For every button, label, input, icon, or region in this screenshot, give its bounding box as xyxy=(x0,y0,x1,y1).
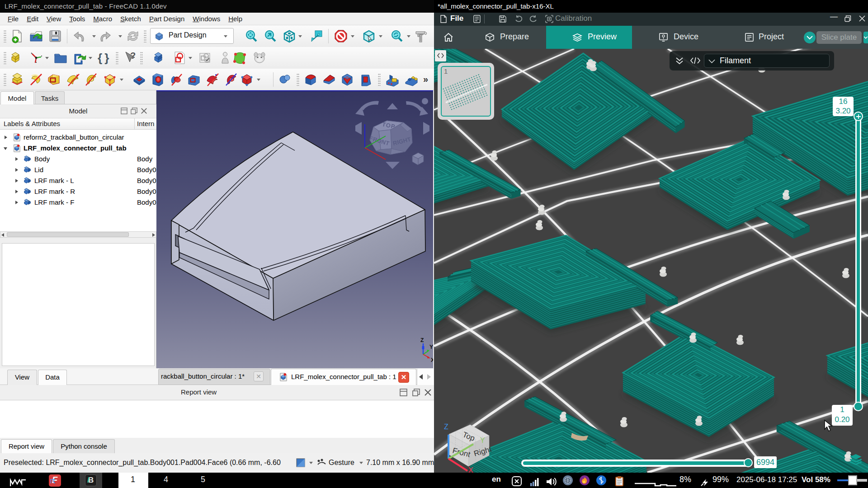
svg-text:Y: Y xyxy=(429,344,433,350)
svg-text:Z: Z xyxy=(444,423,448,431)
svg-text:?: ? xyxy=(130,51,136,61)
svg-text:X: X xyxy=(431,357,433,363)
svg-text:Z: Z xyxy=(420,337,424,343)
svg-text:Y: Y xyxy=(480,436,485,444)
svg-text:X: X xyxy=(468,466,473,473)
svg-text:{ }: { } xyxy=(98,51,109,65)
